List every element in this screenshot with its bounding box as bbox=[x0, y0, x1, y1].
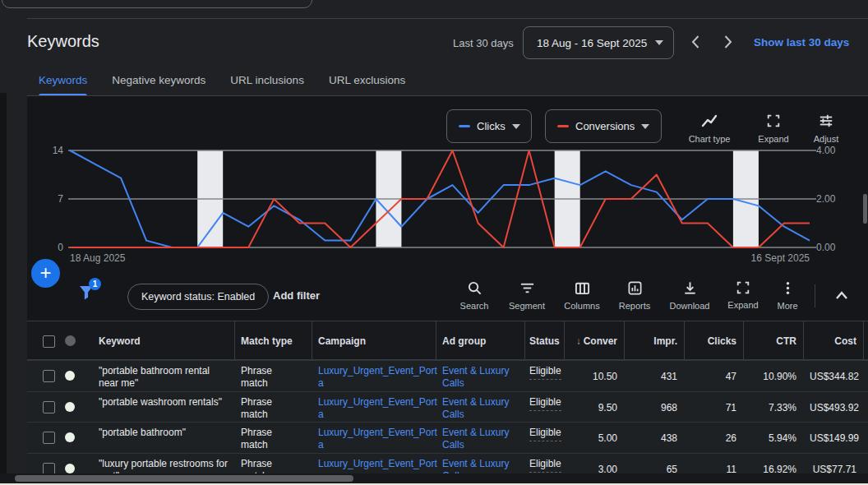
cell-status[interactable]: Eligible bbox=[529, 396, 561, 411]
cell-impressions: 431 bbox=[630, 371, 677, 383]
toolbar-segment-button[interactable]: Segment bbox=[501, 280, 553, 311]
cell-ctr: 7.33% bbox=[750, 402, 796, 414]
next-period-button[interactable] bbox=[718, 33, 736, 51]
cell-campaign[interactable]: Luxury_Urgent_Event_Porta bbox=[318, 365, 438, 390]
segment-icon bbox=[519, 284, 535, 298]
column-header-clicks[interactable]: Clicks bbox=[684, 335, 736, 347]
tab-url-inclusions[interactable]: URL inclusions bbox=[230, 74, 304, 96]
vertical-scrollbar-thumb[interactable] bbox=[863, 194, 867, 224]
cell-keyword: "portable washroom rentals" bbox=[99, 396, 230, 409]
cell-match-type: Phrase match bbox=[241, 427, 290, 451]
column-header-status[interactable]: Status bbox=[529, 335, 560, 347]
right-axis-tick-4: 4.00 bbox=[816, 145, 857, 156]
show-last-30-days-link[interactable]: Show last 30 days bbox=[754, 36, 849, 48]
x-axis-start-label: 18 Aug 2025 bbox=[70, 252, 125, 264]
cell-status[interactable]: Eligible bbox=[529, 458, 561, 473]
column-header-impressions[interactable]: Impr. bbox=[624, 335, 677, 347]
tab-url-exclusions[interactable]: URL exclusions bbox=[329, 74, 405, 96]
toolbar-more-button[interactable]: More bbox=[761, 280, 814, 311]
add-keyword-fab[interactable]: + bbox=[31, 259, 60, 288]
toolbar-reports-button[interactable]: Reports bbox=[608, 280, 661, 311]
keyword-enabled-dot[interactable] bbox=[65, 371, 75, 381]
toolbar-divider bbox=[815, 284, 815, 307]
column-header-conversions[interactable]: ↓Conver bbox=[564, 335, 617, 347]
column-header-keyword[interactable]: Keyword bbox=[99, 335, 141, 347]
cell-keyword: "luxury portable restrooms for rent" bbox=[99, 458, 230, 476]
right-axis-tick-2: 2.00 bbox=[816, 193, 857, 205]
reports-icon bbox=[627, 284, 643, 298]
cell-status[interactable]: Eligible bbox=[529, 365, 561, 380]
left-edge-strip bbox=[0, 93, 7, 473]
table-row[interactable]: "portable bathroom"Phrase matchLuxury_Ur… bbox=[27, 422, 868, 453]
cell-match-type: Phrase match bbox=[241, 458, 290, 476]
row-checkbox[interactable] bbox=[43, 432, 55, 444]
row-checkbox[interactable] bbox=[43, 401, 55, 413]
cell-clicks: 47 bbox=[690, 371, 736, 383]
toolbar-columns-button[interactable]: Columns bbox=[556, 280, 608, 311]
x-axis-end-label: 16 Sept 2025 bbox=[727, 252, 810, 264]
top-search-box-remnant[interactable] bbox=[2, 0, 312, 8]
more-label: More bbox=[761, 301, 814, 311]
toolbar-download-button[interactable]: Download bbox=[663, 280, 716, 311]
cell-ad-group[interactable]: Event & Luxury Calls bbox=[442, 458, 519, 476]
line-chart-canvas bbox=[27, 107, 868, 271]
more-icon bbox=[780, 284, 796, 298]
date-range-value: 18 Aug - 16 Sept 2025 bbox=[537, 37, 647, 49]
cell-conversions: 9.50 bbox=[570, 402, 617, 414]
cell-campaign[interactable]: Luxury_Urgent_Event_Porta bbox=[318, 427, 438, 451]
table-row[interactable]: "portable washroom rentals"Phrase matchL… bbox=[27, 391, 868, 423]
page-title: Keywords bbox=[27, 32, 99, 51]
columns-icon bbox=[575, 284, 590, 298]
table-row[interactable]: "luxury portable restrooms for rent"Phra… bbox=[27, 453, 868, 476]
row-checkbox[interactable] bbox=[43, 370, 55, 382]
keyword-enabled-dot[interactable] bbox=[65, 432, 75, 442]
cell-cost: US$493.92 bbox=[810, 402, 856, 414]
cell-ctr: 10.90% bbox=[750, 371, 796, 383]
left-axis-tick-0: 0 bbox=[40, 242, 63, 253]
keyword-enabled-dot[interactable] bbox=[65, 402, 75, 412]
cell-ctr: 5.94% bbox=[750, 432, 796, 445]
cell-ad-group[interactable]: Event & Luxury Calls bbox=[442, 365, 519, 390]
cell-keyword: "portable bathroom" bbox=[99, 427, 230, 439]
horizontal-scrollbar-thumb[interactable] bbox=[15, 475, 353, 482]
column-header-cost[interactable]: Cost bbox=[803, 335, 856, 347]
toolbar-search-button[interactable]: Search bbox=[448, 280, 501, 311]
cell-conversions: 10.50 bbox=[570, 371, 617, 383]
keyword-enabled-dot[interactable] bbox=[65, 464, 75, 473]
download-icon bbox=[682, 284, 698, 298]
cell-keyword: "portable bathroom rental near me" bbox=[99, 365, 230, 390]
left-axis-tick-14: 14 bbox=[40, 145, 63, 156]
download-label: Download bbox=[663, 301, 716, 311]
cell-clicks: 26 bbox=[690, 432, 736, 445]
cell-status[interactable]: Eligible bbox=[529, 427, 561, 441]
horizontal-scrollbar[interactable] bbox=[0, 473, 868, 483]
select-all-checkbox[interactable] bbox=[43, 335, 55, 348]
cell-match-type: Phrase match bbox=[241, 365, 290, 390]
column-header-ctr[interactable]: CTR bbox=[743, 335, 796, 347]
performance-chart[interactable]: 14 7 0 4.00 2.00 0.00 18 Aug 2025 16 Sep… bbox=[27, 107, 868, 271]
right-axis-tick-0: 0.00 bbox=[816, 242, 857, 253]
previous-period-button[interactable] bbox=[687, 33, 705, 51]
cell-impressions: 968 bbox=[630, 402, 677, 414]
segment-label: Segment bbox=[501, 301, 553, 311]
date-range-picker[interactable]: 18 Aug - 16 Sept 2025 bbox=[523, 26, 674, 59]
table-row[interactable]: "portable bathroom rental near me"Phrase… bbox=[27, 360, 868, 391]
cell-campaign[interactable]: Luxury_Urgent_Event_Porta bbox=[318, 396, 438, 421]
add-filter-button[interactable]: Add filter bbox=[273, 289, 320, 302]
cell-clicks: 71 bbox=[690, 402, 736, 414]
column-header-campaign[interactable]: Campaign bbox=[318, 335, 366, 347]
cell-match-type: Phrase match bbox=[241, 396, 290, 421]
cell-conversions: 5.00 bbox=[570, 432, 617, 445]
tab-negative-keywords[interactable]: Negative keywords bbox=[112, 74, 205, 96]
tab-keywords[interactable]: Keywords bbox=[39, 74, 87, 96]
column-header-ad-group[interactable]: Ad group bbox=[442, 335, 486, 347]
column-header-match-type[interactable]: Match type bbox=[241, 335, 293, 347]
cell-campaign[interactable]: Luxury_Urgent_Event_Porta bbox=[318, 458, 438, 476]
filter-chip-keyword-status[interactable]: Keyword status: Enabled bbox=[127, 284, 269, 310]
cell-ad-group[interactable]: Event & Luxury Calls bbox=[442, 427, 519, 451]
cell-ad-group[interactable]: Event & Luxury Calls bbox=[442, 396, 519, 421]
header-status-dot bbox=[65, 335, 76, 346]
collapse-table-chevron[interactable] bbox=[832, 289, 852, 302]
cell-impressions: 438 bbox=[630, 432, 677, 445]
expand-icon bbox=[736, 284, 750, 298]
